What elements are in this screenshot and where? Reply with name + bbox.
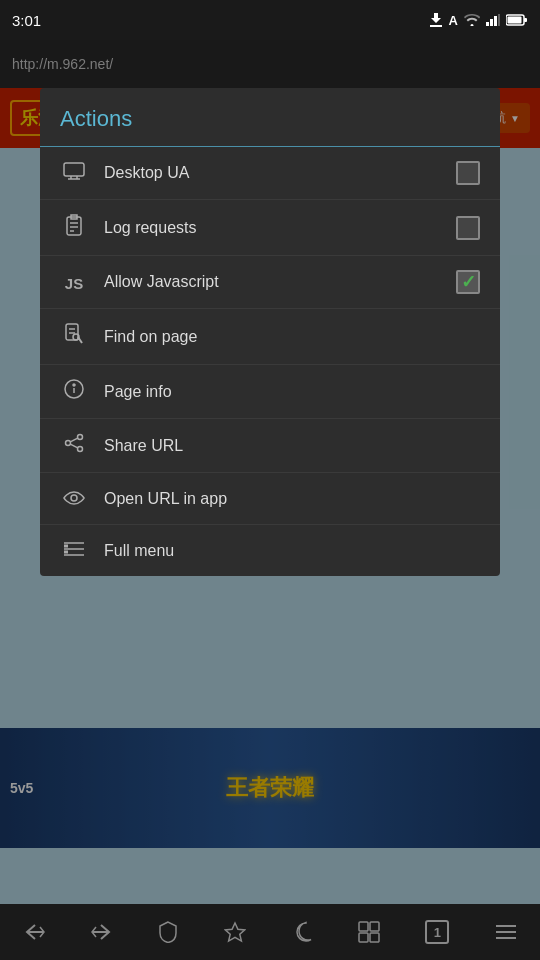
status-bar: 3:01 A (0, 0, 540, 40)
nav-forward[interactable] (91, 922, 113, 942)
svg-point-22 (78, 435, 83, 440)
js-icon: JS (60, 271, 88, 294)
svg-line-26 (70, 438, 77, 442)
signal-icon (486, 14, 500, 26)
svg-point-23 (66, 441, 71, 446)
menu-item-full-menu[interactable]: Full menu (40, 525, 500, 576)
menu-item-log-requests[interactable]: Log requests (40, 200, 500, 256)
menu-label-allow-javascript: Allow Javascript (104, 273, 440, 291)
svg-point-21 (73, 384, 75, 386)
svg-rect-6 (524, 18, 527, 22)
menu-item-share-url[interactable]: Share URL (40, 419, 500, 473)
actions-header: Actions (40, 88, 500, 147)
checkbox-log-requests[interactable] (456, 216, 480, 240)
menu-item-allow-javascript[interactable]: JS Allow Javascript ✓ (40, 256, 500, 309)
svg-rect-4 (498, 14, 500, 26)
full-menu-icon (60, 539, 88, 562)
nav-more[interactable] (495, 923, 517, 941)
svg-rect-15 (66, 324, 78, 340)
nav-tabs[interactable]: 1 (425, 920, 449, 944)
menu-label-find-on-page: Find on page (104, 328, 480, 346)
menu-label-full-menu: Full menu (104, 542, 480, 560)
nav-expand[interactable] (358, 921, 380, 943)
menu-label-desktop-ua: Desktop UA (104, 164, 440, 182)
svg-point-27 (71, 495, 77, 501)
svg-rect-3 (494, 16, 497, 26)
svg-rect-10 (64, 163, 84, 176)
battery-icon (506, 14, 528, 26)
nav-moon[interactable] (292, 921, 312, 943)
wifi-icon (464, 14, 480, 26)
actions-menu: Actions Desktop UA Log requests JS (40, 88, 500, 576)
actions-title: Actions (60, 106, 132, 131)
svg-rect-2 (490, 19, 493, 26)
bottom-nav: 1 (0, 904, 540, 960)
share-icon (60, 433, 88, 458)
status-time: 3:01 (12, 12, 41, 29)
nav-star[interactable] (224, 921, 246, 943)
svg-rect-39 (370, 933, 379, 942)
checkbox-desktop-ua[interactable] (456, 161, 480, 185)
eye-icon (60, 487, 88, 510)
menu-label-open-url-in-app: Open URL in app (104, 490, 480, 508)
clipboard-icon (60, 214, 88, 241)
menu-item-page-info[interactable]: Page info (40, 365, 500, 419)
nav-back[interactable] (23, 922, 45, 942)
info-icon (60, 379, 88, 404)
status-icons: A (429, 12, 528, 28)
menu-item-open-url-in-app[interactable]: Open URL in app (40, 473, 500, 525)
svg-rect-38 (359, 933, 368, 942)
accessibility-icon: A (449, 13, 458, 28)
desktop-icon (60, 162, 88, 185)
download-icon (429, 12, 443, 28)
menu-item-find-on-page[interactable]: Find on page (40, 309, 500, 365)
menu-item-desktop-ua[interactable]: Desktop UA (40, 147, 500, 200)
tab-count: 1 (434, 925, 441, 940)
menu-label-log-requests: Log requests (104, 219, 440, 237)
svg-rect-36 (359, 922, 368, 931)
menu-label-page-info: Page info (104, 383, 480, 401)
svg-rect-0 (430, 25, 442, 27)
checkbox-allow-javascript[interactable]: ✓ (456, 270, 480, 294)
nav-shield[interactable] (158, 921, 178, 943)
find-icon (60, 323, 88, 350)
svg-rect-37 (370, 922, 379, 931)
checkmark-icon: ✓ (461, 271, 476, 293)
svg-rect-7 (508, 17, 522, 24)
menu-label-share-url: Share URL (104, 437, 480, 455)
svg-point-24 (78, 447, 83, 452)
svg-line-25 (70, 444, 77, 448)
svg-rect-1 (486, 22, 489, 26)
svg-marker-35 (225, 923, 245, 941)
